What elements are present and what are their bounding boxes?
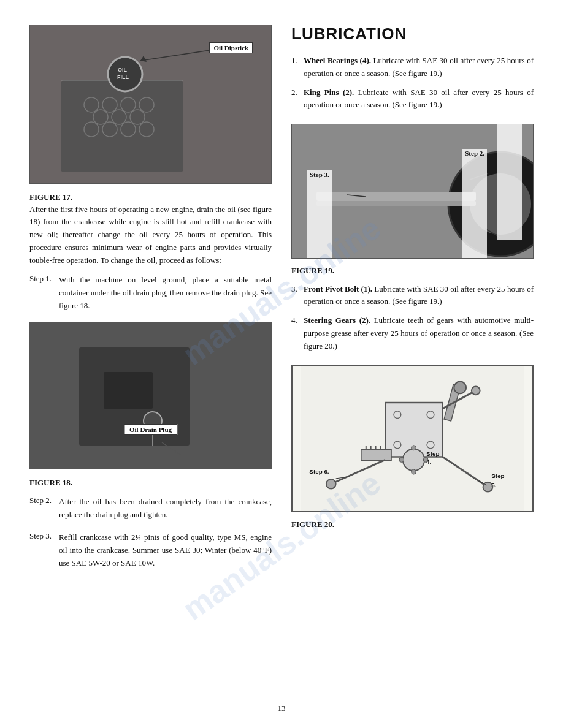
- svg-point-53: [412, 469, 416, 474]
- svg-point-52: [412, 445, 416, 450]
- item-1-bold: Wheel Bearings (4).: [304, 56, 371, 65]
- left-column: OIL FILL Oil Dipstick FIGURE 17. After t…: [29, 25, 272, 703]
- svg-rect-21: [104, 372, 153, 409]
- svg-rect-1: [61, 80, 183, 172]
- lubrication-item-3: 3. Front Pivot Bolt (1). Lubricate with …: [291, 283, 534, 309]
- figure-19-step1: Step 1.: [497, 124, 522, 240]
- svg-text:Step 6.: Step 6.: [309, 468, 329, 475]
- figure-19-caption: FIGURE 19.: [291, 265, 534, 277]
- item-4-num: 4.: [291, 314, 301, 352]
- figure-17-body: After the first five hours of operating …: [29, 203, 272, 267]
- lubrication-list-1: 1. Wheel Bearings (4). Lubricate with SA…: [291, 55, 534, 118]
- figure-19-image: Step 1. Step 2. Step 3.: [291, 124, 534, 259]
- item-1-content: Wheel Bearings (4). Lubricate with SAE 3…: [304, 55, 534, 80]
- step-1-label: Step 1.: [29, 274, 55, 312]
- figure-20-title: FIGURE 20.: [291, 520, 334, 529]
- svg-point-46: [454, 381, 466, 393]
- step-3-label: Step 3.: [29, 531, 55, 569]
- lubrication-item-2: 2. King Pins (2). Lubricate with SAE 30 …: [291, 86, 534, 112]
- manual-page: manuals.online manuals.online: [0, 0, 563, 728]
- item-2-content: King Pins (2). Lubricate with SAE 30 oil…: [304, 86, 534, 112]
- svg-text:Step: Step: [491, 472, 504, 479]
- step-3-row: Step 3. Refill crankcase with 2¼ pints o…: [29, 531, 272, 569]
- step-2-content: After the oil has been drained completel…: [59, 496, 272, 521]
- svg-rect-29: [316, 201, 476, 206]
- figure-18-image: Oil Drain Plug: [29, 322, 272, 469]
- svg-text:FILL: FILL: [117, 74, 129, 80]
- figure-17-caption: FIGURE 17. After the first five hours of…: [29, 191, 272, 267]
- step-1-row: Step 1. With the machine on level ground…: [29, 274, 272, 312]
- svg-text:5.: 5.: [491, 481, 496, 488]
- svg-rect-39: [361, 449, 391, 460]
- svg-point-48: [326, 479, 336, 489]
- figure-19-step3: Step 3.: [307, 170, 332, 259]
- svg-text:OIL: OIL: [118, 67, 128, 73]
- lubrication-item-4: 4. Steering Gears (2). Lubricate teeth o…: [291, 314, 534, 352]
- svg-text:Step: Step: [426, 450, 439, 457]
- figure-19-step2: Step 2.: [462, 149, 487, 259]
- figure-20-image: Step 6. Step 4. Step 5.: [291, 365, 534, 512]
- figure-19-title: FIGURE 19.: [291, 266, 334, 275]
- svg-rect-28: [316, 192, 476, 201]
- item-3-content: Front Pivot Bolt (1). Lubricate with SAE…: [304, 283, 534, 309]
- figure-20-caption: FIGURE 20.: [291, 518, 534, 531]
- figure-18-caption: FIGURE 18.: [29, 477, 272, 489]
- figure-18-title: FIGURE 18.: [29, 477, 272, 489]
- lubrication-item-1: 1. Wheel Bearings (4). Lubricate with SA…: [291, 55, 534, 80]
- item-2-num: 2.: [291, 86, 301, 112]
- svg-point-54: [399, 457, 404, 462]
- item-4-bold: Steering Gears (2).: [304, 316, 370, 325]
- item-3-bold: Front Pivot Bolt (1).: [304, 284, 372, 294]
- lubrication-list-2: 3. Front Pivot Bolt (1). Lubricate with …: [291, 283, 534, 359]
- step-2-row: Step 2. After the oil has been drained c…: [29, 496, 272, 521]
- figure-17-title: FIGURE 17.: [29, 191, 272, 203]
- oil-drain-plug-label: Oil Drain Plug: [124, 424, 177, 435]
- figure-17-image: OIL FILL Oil Dipstick: [29, 25, 272, 184]
- page-number: 13: [278, 703, 286, 713]
- step-1-content: With the machine on level ground, place …: [59, 274, 272, 312]
- item-4-content: Steering Gears (2). Lubricate teeth of g…: [304, 314, 534, 352]
- svg-text:4.: 4.: [426, 458, 431, 465]
- oil-dipstick-label: Oil Dipstick: [209, 42, 253, 53]
- svg-point-57: [472, 386, 480, 395]
- lubrication-title: LUBRICATION: [291, 25, 534, 44]
- item-1-num: 1.: [291, 55, 301, 80]
- right-column: LUBRICATION 1. Wheel Bearings (4). Lubri…: [291, 25, 534, 703]
- item-3-num: 3.: [291, 283, 301, 309]
- item-2-bold: King Pins (2).: [304, 88, 354, 97]
- step-2-label: Step 2.: [29, 496, 55, 521]
- step-3-content: Refill crankcase with 2¼ pints of good q…: [59, 531, 272, 569]
- svg-point-51: [403, 449, 424, 470]
